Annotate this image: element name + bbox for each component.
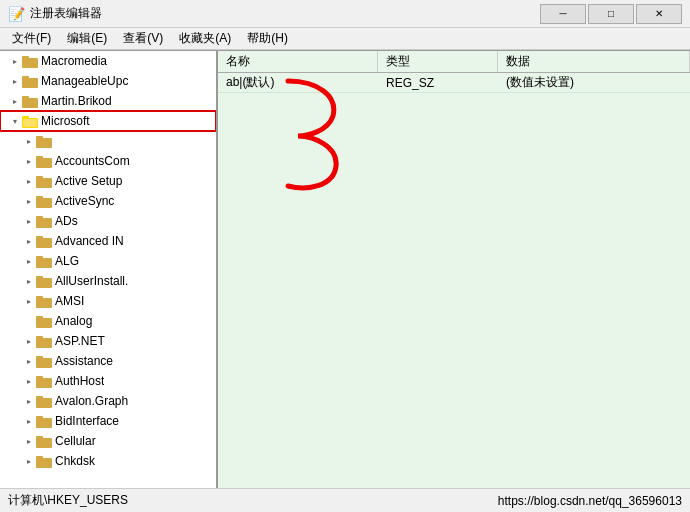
tree-item-msft-unknown[interactable]: ▸: [0, 131, 216, 151]
column-type: 类型: [378, 51, 498, 72]
cell-data: (数值未设置): [498, 73, 690, 92]
folder-icon: [36, 314, 52, 328]
folder-icon: [36, 134, 52, 148]
tree-item-avalongraph[interactable]: ▸ Avalon.Graph: [0, 391, 216, 411]
registry-path: 计算机\HKEY_USERS: [8, 492, 128, 509]
tree-item-martinbrikod[interactable]: ▸ Martin.Brikod: [0, 91, 216, 111]
expand-icon[interactable]: ▸: [22, 194, 36, 208]
tree-item-alluserinstall[interactable]: ▸ AllUserInstall.: [0, 271, 216, 291]
svg-rect-11: [23, 119, 37, 127]
tree-item-label: Assistance: [55, 354, 113, 368]
app-icon: 📝: [8, 6, 24, 22]
tree-item-alg[interactable]: ▸ ALG: [0, 251, 216, 271]
title-bar: 📝 注册表编辑器 ─ □ ✕: [0, 0, 690, 28]
app-title: 注册表编辑器: [30, 5, 102, 22]
expand-icon[interactable]: ▸: [22, 174, 36, 188]
tree-item-activesetup[interactable]: ▸ Active Setup: [0, 171, 216, 191]
expand-icon[interactable]: ▸: [8, 94, 22, 108]
registry-tree[interactable]: ▸ Macromedia▸ ManageableUpc▸ Martin.Brik…: [0, 51, 218, 488]
expand-icon[interactable]: ▸: [22, 374, 36, 388]
expand-icon[interactable]: ▸: [22, 214, 36, 228]
tree-item-activesync[interactable]: ▸ ActiveSync: [0, 191, 216, 211]
folder-icon: [22, 54, 38, 68]
folder-icon: [36, 454, 52, 468]
tree-item-label: ALG: [55, 254, 79, 268]
folder-icon: [22, 74, 38, 88]
maximize-button[interactable]: □: [588, 4, 634, 24]
svg-rect-26: [37, 219, 51, 227]
folder-icon: [36, 234, 52, 248]
tree-item-label: ADs: [55, 214, 78, 228]
menu-item-e[interactable]: 编辑(E): [59, 28, 115, 49]
svg-rect-14: [37, 139, 51, 147]
minimize-button[interactable]: ─: [540, 4, 586, 24]
tree-item-label: Avalon.Graph: [55, 394, 128, 408]
folder-icon: [36, 294, 52, 308]
folder-icon: [36, 174, 52, 188]
menu-item-v[interactable]: 查看(V): [115, 28, 171, 49]
folder-icon: [36, 394, 52, 408]
tree-item-label: AccountsCom: [55, 154, 130, 168]
tree-item-macromedia[interactable]: ▸ Macromedia: [0, 51, 216, 71]
tree-item-label: Cellular: [55, 434, 96, 448]
table-row[interactable]: ab|(默认) REG_SZ (数值未设置): [218, 73, 690, 93]
svg-rect-47: [37, 359, 51, 367]
expand-icon[interactable]: ▸: [22, 154, 36, 168]
expand-icon[interactable]: ▸: [22, 134, 36, 148]
folder-icon: [36, 254, 52, 268]
tree-item-authhost[interactable]: ▸ AuthHost: [0, 371, 216, 391]
tree-item-ads[interactable]: ▸ ADs: [0, 211, 216, 231]
expand-icon[interactable]: ▸: [22, 414, 36, 428]
main-layout: ▸ Macromedia▸ ManageableUpc▸ Martin.Brik…: [0, 50, 690, 488]
tree-item-cellular[interactable]: ▸ Cellular: [0, 431, 216, 451]
svg-rect-23: [37, 199, 51, 207]
expand-icon[interactable]: ▸: [22, 394, 36, 408]
tree-item-bidinterface[interactable]: ▸ BidInterface: [0, 411, 216, 431]
tree-item-label: AuthHost: [55, 374, 104, 388]
folder-icon: [36, 414, 52, 428]
status-bar: 计算机\HKEY_USERS https://blog.csdn.net/qq_…: [0, 488, 690, 512]
expand-icon[interactable]: ▸: [22, 254, 36, 268]
svg-rect-32: [37, 259, 51, 267]
close-button[interactable]: ✕: [636, 4, 682, 24]
tree-item-aspnet[interactable]: ▸ ASP.NET: [0, 331, 216, 351]
menu-bar: 文件(F)编辑(E)查看(V)收藏夹(A)帮助(H): [0, 28, 690, 50]
tree-item-microsoft[interactable]: ▾ Microsoft: [0, 111, 216, 131]
svg-rect-5: [23, 79, 37, 87]
folder-icon: [36, 434, 52, 448]
expand-icon[interactable]: ▸: [8, 54, 22, 68]
svg-rect-44: [37, 339, 51, 347]
svg-rect-38: [37, 299, 51, 307]
expand-icon[interactable]: ▸: [22, 274, 36, 288]
expand-icon[interactable]: ▾: [8, 114, 22, 128]
tree-item-assistance[interactable]: ▸ Assistance: [0, 351, 216, 371]
expand-icon[interactable]: ▸: [22, 434, 36, 448]
expand-icon[interactable]: ▸: [8, 74, 22, 88]
tree-item-label: Macromedia: [41, 54, 107, 68]
tree-item-manageableupc[interactable]: ▸ ManageableUpc: [0, 71, 216, 91]
cell-name: ab|(默认): [218, 73, 378, 92]
menu-item-f[interactable]: 文件(F): [4, 28, 59, 49]
folder-icon: [36, 334, 52, 348]
expand-icon[interactable]: ▸: [22, 294, 36, 308]
svg-rect-41: [37, 319, 51, 327]
expand-icon[interactable]: [22, 314, 36, 328]
expand-icon[interactable]: ▸: [22, 334, 36, 348]
tree-item-chkdsk[interactable]: ▸ Chkdsk: [0, 451, 216, 471]
table-body: ab|(默认) REG_SZ (数值未设置): [218, 73, 690, 488]
expand-icon[interactable]: ▸: [22, 354, 36, 368]
menu-item-a[interactable]: 收藏夹(A): [171, 28, 239, 49]
tree-item-label: Advanced IN: [55, 234, 124, 248]
expand-icon[interactable]: ▸: [22, 234, 36, 248]
tree-item-analog[interactable]: Analog: [0, 311, 216, 331]
tree-item-label: ActiveSync: [55, 194, 114, 208]
tree-item-advancedin[interactable]: ▸ Advanced IN: [0, 231, 216, 251]
tree-item-label: BidInterface: [55, 414, 119, 428]
menu-item-h[interactable]: 帮助(H): [239, 28, 296, 49]
tree-item-accountscom[interactable]: ▸ AccountsCom: [0, 151, 216, 171]
expand-icon[interactable]: ▸: [22, 454, 36, 468]
tree-item-amsi[interactable]: ▸ AMSI: [0, 291, 216, 311]
folder-icon: [36, 214, 52, 228]
svg-rect-59: [37, 439, 51, 447]
folder-icon: [36, 354, 52, 368]
